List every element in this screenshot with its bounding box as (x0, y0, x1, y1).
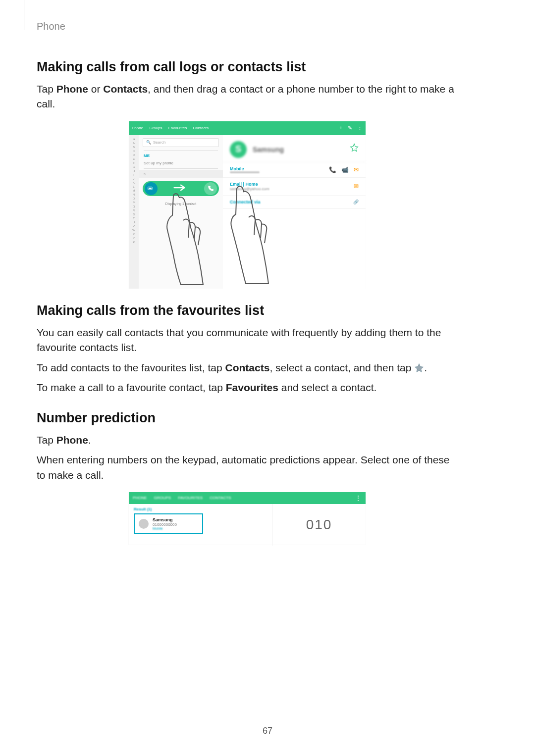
tab-favourites[interactable]: FAVOURITES (178, 496, 203, 500)
index-letter[interactable]: M (133, 189, 135, 192)
email-icon[interactable]: ✉ (354, 183, 359, 190)
mobile-value (230, 171, 260, 173)
index-letter[interactable]: U (133, 221, 135, 224)
bold-contacts: Contacts (225, 362, 270, 373)
text: To add contacts to the favourites list, … (37, 362, 225, 373)
index-letter[interactable]: W (132, 229, 135, 232)
index-letter[interactable]: T (133, 217, 135, 220)
bold-phone: Phone (56, 434, 88, 446)
index-letter[interactable]: N (133, 193, 135, 196)
tab-phone[interactable]: PHONE (133, 496, 147, 500)
heading-number-prediction: Number prediction (37, 410, 458, 426)
fig2-body: Result (1) Samsung 01000000000 Mobile 01… (129, 504, 366, 546)
bold-contacts: Contacts (103, 83, 148, 95)
favourite-star-icon[interactable] (350, 143, 359, 154)
prediction-card[interactable]: Samsung 01000000000 Mobile (134, 513, 203, 534)
index-letter[interactable]: F (133, 161, 135, 164)
text: , select a contact, and then tap (269, 362, 414, 373)
tab-favourites[interactable]: Favourites (168, 126, 187, 130)
search-icon: 🔍 (146, 140, 151, 145)
paragraph-np-2: When entering numbers on the keypad, aut… (37, 453, 458, 483)
fig1-toolbar: Phone Groups Favourites Contacts + ✎ ⋮ (129, 121, 366, 135)
more-icon[interactable]: ⋮ (357, 125, 363, 131)
hand-gesture-left-icon (149, 191, 223, 290)
tab-groups[interactable]: Groups (149, 126, 162, 130)
text: . (88, 434, 91, 446)
setup-profile[interactable]: Set up my profile (139, 159, 223, 167)
paragraph-fav-2: To add contacts to the favourites list, … (37, 360, 458, 375)
more-icon[interactable]: ⋮ (355, 494, 362, 502)
list-section-header: S (139, 170, 223, 178)
divider (144, 150, 218, 151)
figure1-wrap: Phone Groups Favourites Contacts + ✎ ⋮ ★… (37, 121, 458, 289)
index-letter[interactable]: J (133, 177, 135, 180)
index-letter[interactable]: X (133, 233, 135, 236)
index-letter[interactable]: V (133, 225, 135, 228)
index-letter[interactable]: C (133, 150, 135, 152)
avatar: S (230, 141, 247, 158)
paragraph-fav-1: You can easily call contacts that you co… (37, 325, 458, 355)
contact-name: Samsung (253, 146, 284, 153)
index-letter[interactable]: L (133, 185, 134, 188)
search-input[interactable]: 🔍 Search (143, 138, 219, 147)
result-header: Result (1) (134, 507, 267, 511)
tab-contacts[interactable]: Contacts (193, 126, 209, 130)
card-texts: Samsung 01000000000 Mobile (153, 517, 177, 530)
index-letter[interactable]: A (133, 142, 135, 145)
tab-phone[interactable]: Phone (132, 126, 143, 130)
index-letter[interactable]: ★ (133, 137, 135, 141)
fig1-header-icons: + ✎ ⋮ (335, 125, 363, 131)
fig1-tabs: Phone Groups Favourites Contacts (132, 126, 214, 130)
index-letter[interactable]: K (133, 181, 135, 184)
page-number: 67 (0, 726, 535, 736)
mobile-row: Mobile 📞 📹 ✉ (223, 162, 366, 178)
bold-phone: Phone (56, 83, 88, 95)
index-letter[interactable]: Z (133, 241, 135, 244)
prediction-number: 01000000000 (153, 522, 177, 527)
avatar (139, 519, 149, 529)
call-icon[interactable]: 📞 (329, 166, 336, 173)
heading-favourites: Making calls from the favourites list (37, 303, 458, 318)
section-header: Phone (37, 21, 65, 32)
fig2-toolbar: PHONE GROUPS FAVOURITES CONTACTS ⋮ (129, 492, 366, 504)
index-letter[interactable]: P (133, 201, 135, 204)
index-letter[interactable]: G (133, 165, 135, 168)
mobile-label: Mobile (230, 166, 260, 171)
video-call-icon[interactable]: 📹 (341, 166, 349, 173)
index-letter[interactable]: D (133, 153, 135, 156)
paragraph-fav-3: To make a call to a favourite contact, t… (37, 380, 458, 395)
index-letter[interactable]: R (133, 209, 135, 212)
index-letter[interactable]: H (133, 169, 135, 172)
tab-contacts[interactable]: CONTACTS (210, 496, 231, 500)
prediction-name: Samsung (153, 517, 177, 522)
index-letter[interactable]: Y (133, 237, 135, 240)
figure-number-prediction: PHONE GROUPS FAVOURITES CONTACTS ⋮ Resul… (128, 492, 366, 545)
heading-call-logs: Making calls from call logs or contacts … (37, 59, 458, 75)
index-letter[interactable]: I (133, 173, 134, 176)
prediction-type: Mobile (153, 527, 177, 530)
search-placeholder: Search (153, 140, 165, 145)
paragraph-call-logs: Tap Phone or Contacts, and then drag a c… (37, 82, 458, 112)
edit-icon[interactable]: ✎ (348, 125, 352, 131)
dialer-display[interactable]: 010 (272, 504, 366, 546)
text: To make a call to a favourite contact, t… (37, 382, 226, 393)
svg-rect-1 (149, 188, 152, 189)
divider (144, 168, 218, 169)
tab-groups[interactable]: GROUPS (154, 496, 171, 500)
fig1-index-strip[interactable]: ★ A B C D E F G H I J K L M N O P Q R S (129, 135, 139, 289)
figure-contacts-swipe: Phone Groups Favourites Contacts + ✎ ⋮ ★… (128, 121, 366, 289)
figure2-wrap: PHONE GROUPS FAVOURITES CONTACTS ⋮ Resul… (37, 492, 458, 545)
link-icon[interactable]: 🔗 (353, 200, 359, 204)
index-letter[interactable]: O (133, 197, 135, 200)
index-letter[interactable]: S (133, 213, 135, 216)
text: or (88, 83, 103, 95)
header-rule (24, 0, 24, 30)
add-icon[interactable]: + (339, 125, 342, 131)
message-icon[interactable]: ✉ (354, 166, 359, 173)
index-letter[interactable]: E (133, 157, 135, 160)
index-letter[interactable]: B (133, 146, 135, 149)
text: and select a contact. (278, 382, 376, 393)
mobile-actions: 📞 📹 ✉ (329, 166, 359, 173)
bold-favourites: Favourites (226, 382, 278, 393)
index-letter[interactable]: Q (133, 205, 135, 208)
